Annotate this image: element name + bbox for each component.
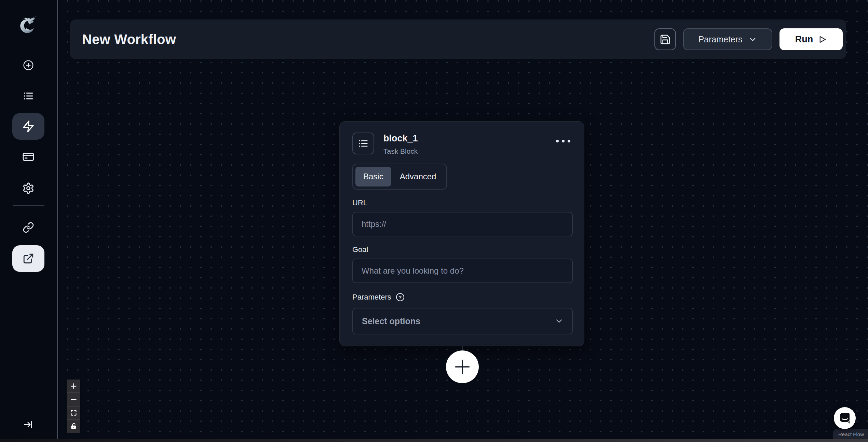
parameters-select[interactable]: Select options <box>352 308 573 334</box>
node-type-label: Task Block <box>383 147 418 155</box>
tab-advanced[interactable]: Advanced <box>392 167 444 187</box>
plus-icon <box>453 358 471 376</box>
parameters-field-row: Parameters ? <box>352 293 573 302</box>
chat-launcher-button[interactable] <box>834 407 856 429</box>
run-button[interactable]: Run <box>779 28 843 50</box>
sidebar-item-settings[interactable] <box>22 182 35 194</box>
url-field-label: URL <box>352 198 573 207</box>
parameters-field-label: Parameters <box>352 293 391 302</box>
tab-basic[interactable]: Basic <box>355 167 391 187</box>
header-actions: Parameters Run <box>654 28 843 50</box>
run-button-label: Run <box>795 34 813 45</box>
parameters-button-label: Parameters <box>698 34 742 44</box>
chevron-down-icon <box>554 316 564 326</box>
zoom-out-icon <box>70 396 77 403</box>
zap-icon <box>22 120 35 133</box>
sidebar-item-runs[interactable] <box>23 90 34 102</box>
fit-view-button[interactable] <box>67 406 80 419</box>
parameters-dropdown-button[interactable]: Parameters <box>683 28 772 50</box>
node-type-icon-box <box>352 133 374 154</box>
chevron-down-icon <box>748 35 757 44</box>
link-icon <box>23 222 34 233</box>
ellipsis-icon <box>556 139 571 143</box>
zoom-in-button[interactable] <box>67 379 80 392</box>
save-button[interactable] <box>654 28 676 50</box>
react-flow-attribution[interactable]: React Flow <box>833 429 868 440</box>
sidebar-item-integrations[interactable] <box>23 222 34 233</box>
parameters-select-placeholder: Select options <box>362 316 420 326</box>
help-circle-icon[interactable]: ? <box>396 293 404 301</box>
sidebar-item-billing[interactable] <box>22 151 35 163</box>
sidebar <box>0 0 58 442</box>
task-block-node[interactable]: block_1 Task Block Basic Advanced URL Go… <box>339 121 584 346</box>
sidebar-collapse-button[interactable] <box>23 419 34 430</box>
node-header: block_1 Task Block <box>352 133 573 155</box>
workflow-canvas[interactable]: New Workflow Parameters Run <box>59 0 868 442</box>
intercom-chat-icon <box>839 412 851 424</box>
node-tab-group: Basic Advanced <box>352 164 447 190</box>
fit-view-icon <box>70 409 77 416</box>
page-title: New Workflow <box>82 32 176 47</box>
sidebar-divider <box>13 205 44 206</box>
workflow-header: New Workflow Parameters Run <box>70 19 846 59</box>
sidebar-item-workflows[interactable] <box>12 113 44 140</box>
settings-icon <box>22 182 35 194</box>
external-link-icon <box>23 253 34 264</box>
add-block-button[interactable] <box>446 350 479 383</box>
zoom-in-icon <box>70 383 77 390</box>
save-icon <box>660 34 671 45</box>
list-icon <box>358 138 369 149</box>
sidebar-item-external[interactable] <box>12 245 44 272</box>
credit-card-icon <box>22 151 35 163</box>
window-bottom-edge <box>0 439 868 442</box>
flow-controls <box>67 379 80 433</box>
lock-interactivity-button[interactable] <box>67 419 80 433</box>
node-title: block_1 <box>383 133 418 144</box>
skyvern-workflow-editor: New Workflow Parameters Run <box>0 0 868 442</box>
collapse-panel-icon <box>23 419 34 430</box>
goal-input[interactable] <box>352 259 573 283</box>
sidebar-item-create[interactable] <box>23 60 34 71</box>
goal-field-label: Goal <box>352 245 573 254</box>
list-icon <box>23 90 34 102</box>
node-titles: block_1 Task Block <box>383 133 418 155</box>
url-input[interactable] <box>352 212 573 236</box>
lock-open-icon <box>70 423 77 429</box>
add-circle-icon <box>23 60 34 71</box>
play-icon <box>818 35 827 44</box>
zoom-out-button[interactable] <box>67 392 80 406</box>
dragon-logo-icon <box>17 14 40 38</box>
skyvern-dragon-logo[interactable] <box>17 14 40 38</box>
node-options-button[interactable] <box>554 136 573 146</box>
